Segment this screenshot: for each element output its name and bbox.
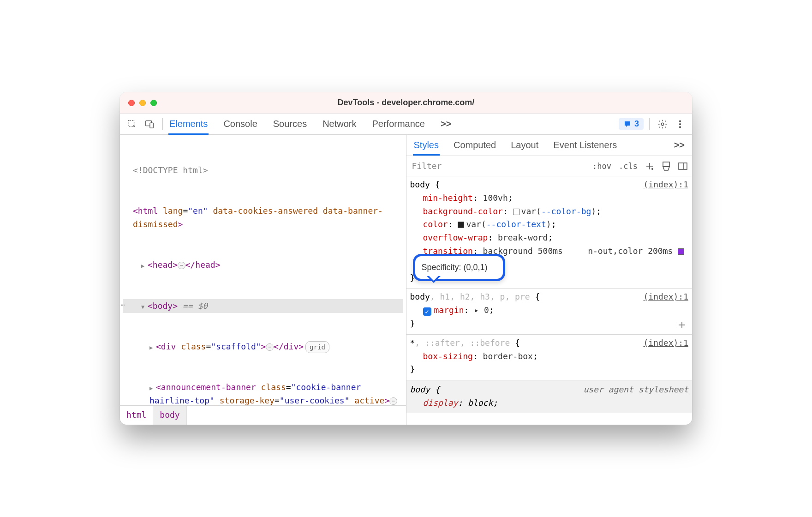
close-window-button[interactable]: [128, 100, 135, 106]
more-icon[interactable]: [673, 117, 687, 132]
sidebar-toggle-icon[interactable]: [677, 161, 688, 172]
rule-source-link[interactable]: (index):1: [643, 337, 688, 350]
ellipsis-icon: ⋯: [178, 262, 185, 269]
main-toolbar: Elements Console Sources Network Perform…: [120, 114, 692, 135]
devtools-window: DevTools - developer.chrome.com/ Element…: [120, 92, 692, 425]
layout-badge[interactable]: grid: [305, 341, 329, 353]
color-swatch-icon[interactable]: [513, 209, 519, 215]
rule-source-link[interactable]: (index):1: [643, 290, 688, 304]
ellipsis-icon: ⋯: [389, 397, 397, 405]
divider: [649, 118, 650, 130]
svg-point-4: [680, 120, 681, 122]
svg-point-3: [661, 123, 664, 126]
tab-network[interactable]: Network: [322, 115, 357, 133]
dom-announcement-banner[interactable]: ▶<announcement-banner class="cookie-bann…: [123, 380, 403, 405]
checkbox-icon[interactable]: ✓: [423, 307, 431, 316]
dom-tree[interactable]: <!DOCTYPE html> <html lang="en" data-coo…: [120, 135, 406, 405]
css-rule[interactable]: *, ::after, ::before { (index):1 box-siz…: [406, 335, 693, 380]
stab-event-listeners[interactable]: Event Listeners: [552, 135, 618, 155]
rule-source-link[interactable]: (index):1: [643, 178, 688, 192]
breadcrumb-body[interactable]: body: [153, 406, 186, 425]
easing-swatch-icon[interactable]: [678, 248, 684, 255]
cls-toggle[interactable]: .cls: [618, 161, 639, 172]
device-toggle-icon[interactable]: [142, 117, 157, 132]
svg-rect-8: [663, 162, 669, 167]
ellipsis-icon: ⋯: [266, 343, 274, 351]
stab-styles[interactable]: Styles: [413, 135, 440, 155]
stab-layout[interactable]: Layout: [510, 135, 539, 155]
svg-rect-9: [679, 163, 687, 169]
svg-rect-2: [150, 123, 153, 128]
specificity-tooltip: Specificity: (0,0,1): [413, 254, 505, 281]
svg-point-6: [680, 126, 681, 128]
panel-tabs: Elements Console Sources Network Perform…: [168, 115, 452, 133]
traffic-lights: [128, 100, 157, 106]
styles-filter-input[interactable]: [410, 158, 586, 174]
paintbrush-icon[interactable]: [661, 161, 672, 172]
styles-rules: body { (index):1 min-height: 100vh; back…: [406, 176, 693, 425]
svg-point-7: [651, 168, 653, 170]
stab-computed[interactable]: Computed: [453, 135, 497, 155]
dom-div-scaffold[interactable]: ▶<div class="scaffold">⋯</div>grid: [123, 340, 403, 354]
tab-elements[interactable]: Elements: [168, 115, 209, 133]
styles-tabs-overflow[interactable]: >>: [673, 135, 686, 155]
titlebar: DevTools - developer.chrome.com/: [120, 92, 692, 114]
tab-sources[interactable]: Sources: [272, 115, 308, 133]
tabs-overflow[interactable]: >>: [440, 115, 452, 133]
styles-tabs: Styles Computed Layout Event Listeners >…: [406, 135, 693, 156]
tab-console[interactable]: Console: [222, 115, 258, 133]
divider: [162, 118, 163, 130]
new-style-rule-icon[interactable]: [644, 161, 655, 172]
color-swatch-icon[interactable]: [458, 222, 464, 228]
issues-count: 3: [634, 119, 639, 129]
issues-badge[interactable]: 3: [619, 118, 644, 130]
dom-breadcrumb: html body: [120, 405, 406, 425]
dom-doctype[interactable]: <!DOCTYPE html>: [123, 163, 403, 178]
styles-filter-row: :hov .cls: [406, 156, 693, 176]
minimize-window-button[interactable]: [139, 100, 146, 106]
settings-icon[interactable]: [655, 117, 670, 132]
dom-head[interactable]: ▶<head>⋯</head>: [123, 258, 403, 272]
tab-performance[interactable]: Performance: [371, 115, 426, 133]
maximize-window-button[interactable]: [150, 100, 157, 106]
dom-html-open[interactable]: <html lang="en" data-cookies-answered da…: [123, 204, 403, 232]
dom-body-open[interactable]: ▼<body> == $0: [123, 299, 403, 313]
styles-pane: Styles Computed Layout Event Listeners >…: [406, 135, 693, 425]
add-declaration-icon[interactable]: [676, 319, 687, 331]
content-row: <!DOCTYPE html> <html lang="en" data-coo…: [120, 135, 692, 425]
breadcrumb-html[interactable]: html: [120, 406, 153, 425]
css-rule[interactable]: body, h1, h2, h3, p, pre { (index):1 ✓ma…: [406, 289, 693, 334]
hov-toggle[interactable]: :hov: [591, 161, 612, 172]
svg-point-5: [680, 123, 681, 125]
dom-pane: <!DOCTYPE html> <html lang="en" data-coo…: [120, 135, 406, 425]
inspect-element-icon[interactable]: [125, 117, 139, 132]
window-title: DevTools - developer.chrome.com/: [120, 98, 692, 108]
user-agent-rule: body { user agent stylesheet display: bl…: [406, 380, 693, 413]
